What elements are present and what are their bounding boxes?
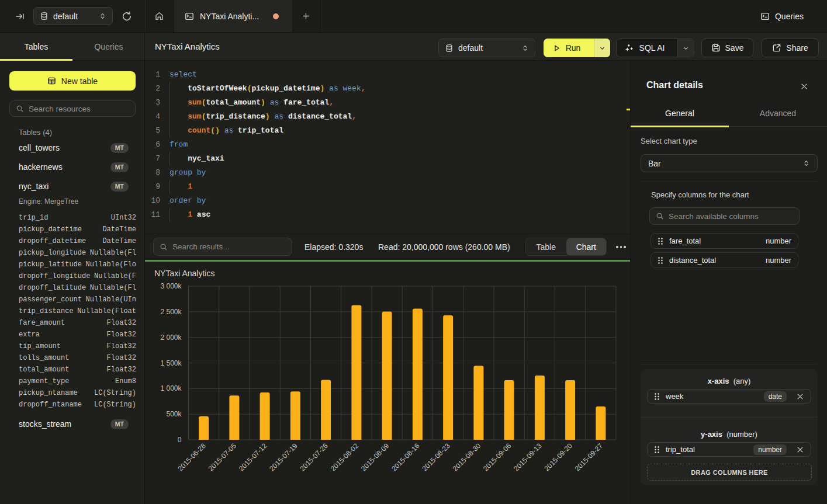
svg-text:3 000k: 3 000k <box>160 282 182 290</box>
svg-text:2015-08-30: 2015-08-30 <box>451 442 483 473</box>
svg-text:2015-06-28: 2015-06-28 <box>176 442 207 473</box>
svg-text:1 500k: 1 500k <box>160 359 182 367</box>
svg-text:2015-09-13: 2015-09-13 <box>512 442 544 473</box>
svg-text:2015-08-09: 2015-08-09 <box>359 442 391 473</box>
svg-text:500k: 500k <box>166 410 182 418</box>
svg-text:2015-09-27: 2015-09-27 <box>573 442 605 473</box>
svg-text:1 000k: 1 000k <box>160 384 182 392</box>
svg-text:2015-09-20: 2015-09-20 <box>542 442 574 473</box>
svg-text:2015-07-26: 2015-07-26 <box>298 442 330 473</box>
svg-text:2015-09-06: 2015-09-06 <box>482 442 513 473</box>
svg-text:2015-08-23: 2015-08-23 <box>420 442 452 473</box>
svg-text:2015-07-05: 2015-07-05 <box>207 442 238 473</box>
svg-text:NYTaxi Analytics: NYTaxi Analytics <box>154 269 214 278</box>
svg-text:2 000k: 2 000k <box>160 333 182 342</box>
svg-text:2 500k: 2 500k <box>160 308 182 316</box>
svg-text:2015-08-02: 2015-08-02 <box>329 442 361 473</box>
svg-text:0: 0 <box>178 436 182 444</box>
svg-text:2015-07-19: 2015-07-19 <box>268 442 299 473</box>
svg-text:2015-07-12: 2015-07-12 <box>237 442 269 473</box>
svg-text:2015-08-16: 2015-08-16 <box>390 442 421 473</box>
